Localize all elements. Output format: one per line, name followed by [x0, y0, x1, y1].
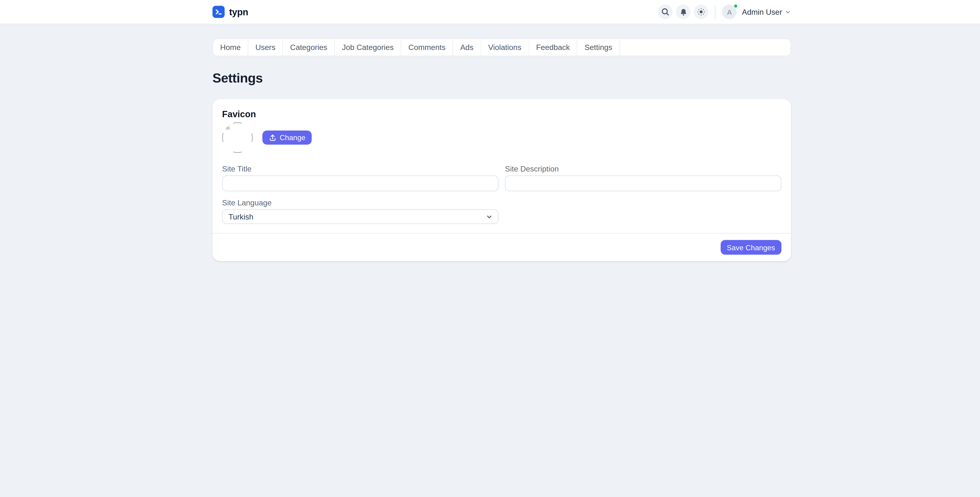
header-actions: A Admin User: [655, 5, 791, 19]
upload-icon: [269, 133, 276, 141]
nav-tab-settings[interactable]: Settings: [578, 39, 620, 56]
online-status-dot: [733, 4, 738, 8]
site-language-value: Turkish: [229, 212, 253, 221]
change-button-label: Change: [280, 133, 305, 141]
main-content: Home Users Categories Job Categories Com…: [212, 38, 791, 261]
avatar-initial: A: [727, 8, 732, 16]
page-title: Settings: [212, 70, 791, 86]
settings-card: Favicon: [212, 99, 791, 261]
app-root: typn: [0, 0, 980, 497]
nav-tab-job-categories[interactable]: Job Categories: [335, 39, 401, 56]
site-description-input[interactable]: [505, 175, 781, 192]
chevron-down-icon: [487, 214, 492, 219]
save-changes-button[interactable]: Save Changes: [720, 240, 781, 254]
user-name: Admin User: [742, 8, 782, 16]
nav-tab-home[interactable]: Home: [213, 39, 248, 56]
settings-form: Site Title Site Description Site Languag…: [222, 164, 781, 224]
card-footer: Save Changes: [212, 233, 791, 261]
header-divider: [715, 5, 716, 19]
search-icon: [661, 8, 670, 16]
favicon-row: Change: [222, 122, 781, 153]
site-description-label: Site Description: [505, 164, 781, 173]
site-title-label: Site Title: [222, 164, 499, 173]
site-language-select[interactable]: Turkish: [222, 209, 499, 224]
broken-image-icon: [224, 124, 231, 130]
header: typn: [0, 0, 980, 24]
notifications-button[interactable]: [676, 5, 691, 19]
terminal-prompt-icon: [212, 6, 224, 18]
site-description-field: Site Description: [505, 164, 781, 191]
search-button[interactable]: [658, 5, 673, 19]
nav-tab-violations[interactable]: Violations: [481, 39, 529, 56]
brightness-icon: [697, 8, 705, 16]
avatar: A: [722, 5, 737, 19]
favicon-image-broken: [222, 122, 253, 153]
site-title-input[interactable]: [222, 175, 499, 192]
nav-tab-ads[interactable]: Ads: [453, 39, 481, 56]
site-title-field: Site Title: [222, 164, 499, 191]
chevron-down-icon: [784, 9, 791, 15]
nav-tab-comments[interactable]: Comments: [401, 39, 453, 56]
favicon-section-heading: Favicon: [222, 109, 781, 119]
user-menu[interactable]: A Admin User: [722, 5, 791, 19]
change-favicon-button[interactable]: Change: [262, 130, 312, 144]
theme-toggle-button[interactable]: [694, 5, 709, 19]
nav-tab-users[interactable]: Users: [248, 39, 283, 56]
nav-tab-feedback[interactable]: Feedback: [529, 39, 578, 56]
site-language-field: Site Language Turkish: [222, 198, 499, 224]
nav-tab-categories[interactable]: Categories: [283, 39, 335, 56]
main-nav: Home Users Categories Job Categories Com…: [212, 38, 791, 56]
site-language-label: Site Language: [222, 198, 499, 207]
bell-icon: [679, 8, 687, 16]
brand-logo[interactable]: typn: [212, 6, 248, 18]
brand-name: typn: [229, 7, 248, 17]
